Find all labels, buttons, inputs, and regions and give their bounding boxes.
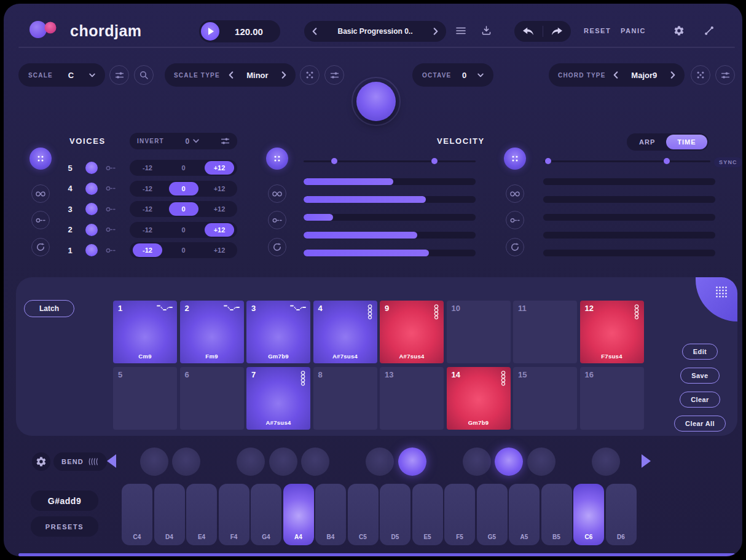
voices-randomize-dice-knob[interactable] [29,148,52,170]
edit-button[interactable]: Edit [682,344,718,360]
scale-dropdown[interactable]: SCALE C [18,63,105,87]
transpose-option[interactable]: +12 [205,202,234,216]
velocity-bar[interactable] [304,250,476,256]
voices-link-icon[interactable] [31,211,50,229]
key-A4[interactable]: A4 [283,484,314,545]
velocity-range-slider[interactable] [304,157,476,165]
pad-5[interactable]: 5 [113,367,177,430]
voice-link-icon[interactable] [106,186,116,191]
chord-type-value[interactable]: Major9 [631,71,657,80]
main-knob[interactable] [356,82,396,121]
scale-detect-icon[interactable] [134,65,154,85]
voices-loop-icon[interactable] [31,238,50,256]
voice-link-icon[interactable] [106,248,116,253]
transpose-option[interactable]: +12 [205,243,234,257]
scale-settings-sliders-icon[interactable] [324,65,344,85]
key-B5[interactable]: B5 [541,484,572,545]
voice-dot[interactable] [85,244,98,256]
midi-patch-icon[interactable] [704,26,714,36]
knob-F#5[interactable] [463,448,491,476]
scale-type-prev-icon[interactable] [229,71,234,79]
knob-C#4[interactable] [140,448,168,476]
redo-icon[interactable] [543,27,571,36]
key-E4[interactable]: E4 [186,484,217,545]
transpose-option[interactable]: -12 [133,223,162,237]
pad-3[interactable]: 3Gm7b9 [246,301,310,363]
key-C4[interactable]: C4 [122,484,152,545]
tab-arp[interactable]: ARP [628,135,666,149]
pad-15[interactable]: 15 [513,367,577,430]
settings-gear-icon[interactable] [673,25,685,36]
time-bar[interactable] [543,196,715,203]
key-G4[interactable]: G4 [251,484,281,545]
knob-G#5[interactable] [495,448,523,476]
pad-7[interactable]: 7A#7sus4 [246,367,310,430]
knob-C#5[interactable] [366,448,394,476]
voice-link-icon[interactable] [106,227,116,232]
scale-randomize-dice-icon[interactable] [300,65,320,85]
time-bar[interactable] [543,232,715,239]
voice-link-icon[interactable] [106,207,116,212]
velocity-bar[interactable] [304,214,476,221]
bpm-display[interactable]: 120.00 [219,26,278,37]
bank-next-arrow[interactable] [642,454,651,468]
clear-button[interactable]: Clear [680,392,720,408]
chord-type-prev-icon[interactable] [613,71,618,79]
transpose-option[interactable]: 0 [169,161,198,175]
pad-10[interactable]: 10 [447,301,511,363]
pad-14[interactable]: 14Gm7b9 [447,367,511,430]
voice-dot[interactable] [85,183,98,195]
menu-icon[interactable] [456,27,466,34]
scale-type-value[interactable]: Minor [246,71,268,80]
preset-name[interactable]: Basic Progression 0.. [317,27,433,36]
transpose-option[interactable]: 0 [169,223,198,237]
time-loop-icon[interactable] [506,238,524,256]
transpose-option[interactable]: -12 [133,182,162,195]
key-F5[interactable]: F5 [444,484,475,545]
range-handle[interactable] [664,158,670,164]
time-infinity-icon[interactable] [506,184,524,203]
transpose-option[interactable]: -12 [133,161,162,175]
knob-A#5[interactable] [527,448,556,476]
invert-sliders-icon[interactable] [221,137,230,145]
pad-8[interactable]: 8 [313,367,377,430]
pad-6[interactable]: 6 [180,367,244,430]
range-handle[interactable] [331,158,337,164]
transpose-option[interactable]: +12 [205,161,234,175]
velocity-link-icon[interactable] [268,211,286,229]
scale-sliders-icon[interactable] [109,65,129,85]
transpose-option[interactable]: -12 [133,243,162,257]
chord-randomize-dice-icon[interactable] [691,65,710,85]
tab-time[interactable]: TIME [666,135,707,149]
velocity-bar[interactable] [304,196,476,203]
reset-button[interactable]: RESET [584,27,611,34]
octave-dropdown[interactable]: OCTAVE 0 [412,63,493,87]
time-link-icon[interactable] [506,211,524,229]
velocity-bar[interactable] [304,232,476,239]
pad-13[interactable]: 13 [380,367,444,430]
key-D5[interactable]: D5 [380,484,410,545]
key-A5[interactable]: A5 [509,484,540,545]
key-C5[interactable]: C5 [348,484,379,545]
velocity-bar[interactable] [304,178,476,185]
pad-1[interactable]: 1Cm9 [113,301,177,363]
pad-16[interactable]: 16 [580,367,644,430]
key-F4[interactable]: F4 [219,484,249,545]
velocity-infinity-icon[interactable] [268,184,286,203]
key-E5[interactable]: E5 [412,484,443,545]
knob-D#4[interactable] [172,448,200,476]
pad-4[interactable]: 4A#7sus4 [313,301,377,363]
time-range-slider[interactable] [543,157,710,165]
knob-A#4[interactable] [301,448,329,476]
scale-type-next-icon[interactable] [281,71,286,79]
time-bar[interactable] [543,250,715,256]
knob-C#6[interactable] [592,448,620,476]
grid-view-corner-button[interactable] [696,277,737,321]
voices-infinity-icon[interactable] [31,184,50,203]
velocity-randomize-dice-knob[interactable] [266,148,288,170]
key-D6[interactable]: D6 [606,484,637,545]
range-handle[interactable] [545,158,551,164]
undo-icon[interactable] [514,27,543,36]
time-bar[interactable] [543,214,715,221]
time-bar[interactable] [543,178,715,185]
